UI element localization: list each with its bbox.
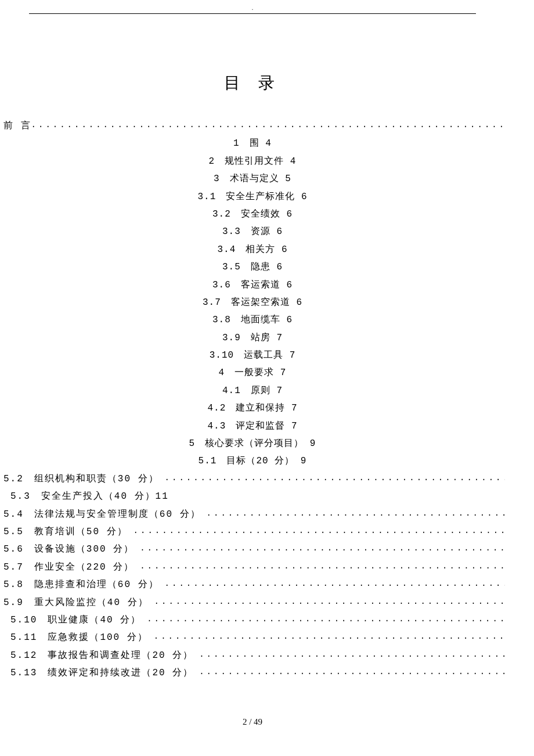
toc-entry: 3.5 隐患 6 [0,258,505,276]
toc-label: 3.4 相关方 6 [217,241,287,258]
toc-entry: 5.13 绩效评定和持续改进（20 分） [0,664,505,682]
toc-label: 3.10 运载工具 7 [210,347,296,364]
toc-left-block: 5.2 组织机构和职责（30 分） 5.3 安全生产投入（40 分）11 5.4… [0,470,505,682]
toc-entry: 3.4 相关方 6 [0,241,505,258]
toc-entry: 5.7 作业安全（220 分） [0,559,505,576]
toc-label: 3 术语与定义 5 [214,170,291,188]
toc-entry: 1 围 4 [0,135,505,152]
toc-entry: 5.1 目标（20 分） 9 [0,452,505,470]
toc-dots [165,576,505,592]
toc-dots [31,117,505,133]
toc-title: 目 录 [0,72,505,94]
toc-label: 1 围 4 [233,135,272,152]
toc-dots [154,594,505,610]
toc-label: 5.5 教育培训（50 分） [3,523,134,541]
toc-label: 3.5 隐患 6 [222,258,283,276]
toc-entry: 5.8 隐患排查和治理（60 分） [0,576,505,593]
toc-entry: 5.4 法律法规与安全管理制度（60 分） [0,506,505,523]
toc-entry: 5.3 安全生产投入（40 分）11 [0,488,505,505]
toc-entry: 3 术语与定义 5 [0,170,505,188]
toc-entry: 3.6 客运索道 6 [0,276,505,294]
toc-entry: 5.10 职业健康（40 分） [0,611,505,629]
toc-label: 5.13 绩效评定和持续改进（20 分） [10,664,199,682]
header-mark: . [0,0,505,11]
toc-dots [199,664,505,680]
toc-label: 5.8 隐患排查和治理（60 分） [3,576,165,593]
toc-entry: 3.1 安全生产标准化 6 [0,188,505,206]
toc-label: 5.1 目标（20 分） 9 [199,452,307,470]
toc-label: 5.4 法律法规与安全管理制度（60 分） [3,506,207,523]
toc-label: 3.9 站房 7 [222,329,283,347]
toc-label: 3.7 客运架空索道 6 [203,294,302,311]
toc-entry: 5.5 教育培训（50 分） [0,523,505,541]
toc-entry: 3.10 运载工具 7 [0,347,505,364]
toc-label: 5.3 安全生产投入（40 分）11 [10,488,175,505]
toc-dots [154,629,505,645]
toc-label: 4.3 评定和监督 7 [207,417,297,435]
toc-dots [134,523,505,539]
toc-entry: 5.11 应急救援（100 分） [0,629,505,646]
toc-entry: 3.8 地面缆车 6 [0,311,505,329]
toc-label: 2 规性引用文件 4 [209,153,297,170]
toc-entry: 4 一般要求 7 [0,364,505,381]
toc-label: 5.12 事故报告和调查处理（20 分） [10,647,199,664]
toc-entry: 3.9 站房 7 [0,329,505,347]
toc-entry: 3.3 资源 6 [0,223,505,240]
page-footer: 2 / 49 [0,717,505,727]
toc-label: 5.9 重大风险监控（40 分） [3,594,154,611]
toc-dots [165,470,505,486]
toc-label: 3.1 安全生产标准化 6 [197,188,307,206]
top-rule [29,13,476,14]
toc-label: 3.6 客运索道 6 [212,276,293,294]
toc-label: 5 核心要求（评分项目） 9 [189,435,316,452]
toc-label: 5.6 设备设施（300 分） [3,541,140,558]
toc-label: 5.11 应急救援（100 分） [10,629,154,646]
toc-dots [140,541,505,556]
toc-dots [199,647,505,663]
toc-label: 3.3 资源 6 [222,223,283,240]
toc-dots [140,559,505,574]
toc-centered-block: 1 围 42 规性引用文件 43 术语与定义 53.1 安全生产标准化 63.2… [0,135,505,470]
toc-entry: 4.1 原则 7 [0,382,505,399]
toc-entry: 3.2 安全绩效 6 [0,206,505,223]
toc-label: 5.10 职业健康（40 分） [10,611,147,629]
toc-label: 4.2 建立和保持 7 [207,399,297,417]
toc-label: 5.7 作业安全（220 分） [3,559,140,576]
toc-label: 4.1 原则 7 [222,382,283,399]
toc-label: 5.2 组织机构和职责（30 分） [3,470,165,488]
toc-entry: 5 核心要求（评分项目） 9 [0,435,505,452]
toc-entry: 5.6 设备设施（300 分） [0,541,505,558]
toc-entry: 5.12 事故报告和调查处理（20 分） [0,647,505,664]
toc-dots [147,611,505,627]
toc-dots [207,506,505,521]
toc-entry: 3.7 客运架空索道 6 [0,294,505,311]
toc-label: 3.2 安全绩效 6 [212,206,293,223]
toc-label: 4 一般要求 7 [219,364,287,381]
toc-entry: 4.2 建立和保持 7 [0,399,505,417]
page: . 目 录 前 言 1 围 42 规性引用文件 43 术语与定义 53.1 安全… [0,0,534,750]
toc-label: 前 言 [3,117,31,135]
toc-entry: 5.9 重大风险监控（40 分） [0,594,505,611]
toc-entry-preface: 前 言 [0,117,505,135]
toc-entry: 2 规性引用文件 4 [0,153,505,170]
toc-entry: 4.3 评定和监督 7 [0,417,505,435]
toc-label: 3.8 地面缆车 6 [212,311,293,329]
toc-entry: 5.2 组织机构和职责（30 分） [0,470,505,488]
